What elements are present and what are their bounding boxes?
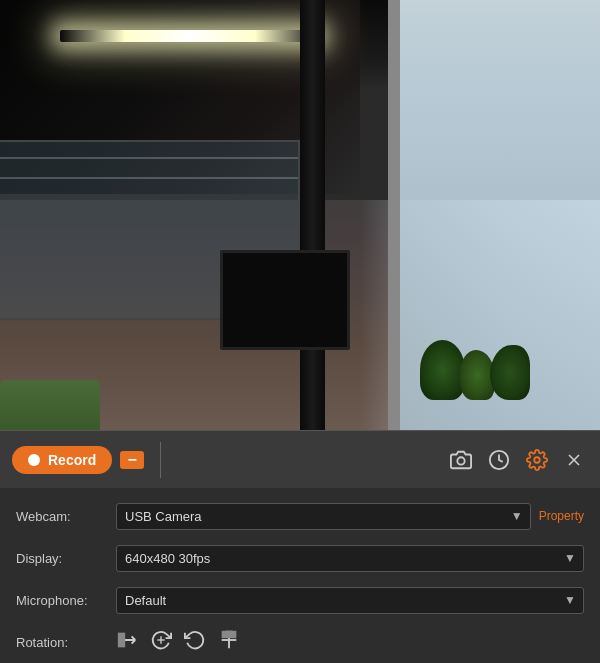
- ceiling-light: [60, 30, 320, 42]
- microphone-control: Default Built-in Microphone USB Micropho…: [116, 587, 584, 614]
- minus-button[interactable]: −: [120, 451, 144, 469]
- microphone-select[interactable]: Default Built-in Microphone USB Micropho…: [116, 587, 584, 614]
- record-button[interactable]: Record: [12, 446, 112, 474]
- flip-horizontal-button[interactable]: [116, 629, 138, 656]
- rotation-row: Rotation:: [16, 626, 584, 658]
- webcam-row: Webcam: USB Camera Built-in Camera Virtu…: [16, 500, 584, 532]
- display-label: Display:: [16, 551, 116, 566]
- rotation-label: Rotation:: [16, 635, 116, 650]
- screenshot-button[interactable]: [446, 445, 476, 475]
- display-select[interactable]: 640x480 30fps 1280x720 30fps 1920x1080 3…: [116, 545, 584, 572]
- record-dot-icon: [28, 454, 40, 466]
- webcam-select-wrapper: USB Camera Built-in Camera Virtual Camer…: [116, 503, 531, 530]
- rotate-ccw-button[interactable]: [184, 629, 206, 656]
- svg-rect-5: [118, 632, 125, 647]
- timer-button[interactable]: [484, 445, 514, 475]
- divider: [160, 442, 161, 478]
- flip-vertical-icon: [218, 629, 240, 651]
- settings-button[interactable]: [522, 445, 552, 475]
- webcam-select[interactable]: USB Camera Built-in Camera Virtual Camer…: [116, 503, 531, 530]
- display-row: Display: 640x480 30fps 1280x720 30fps 19…: [16, 542, 584, 574]
- monitor: [220, 250, 350, 350]
- display-select-wrapper: 640x480 30fps 1280x720 30fps 1920x1080 3…: [116, 545, 584, 572]
- svg-rect-8: [222, 630, 237, 637]
- controls-bar: Record −: [0, 430, 600, 488]
- record-label: Record: [48, 452, 96, 468]
- flip-horizontal-icon: [116, 629, 138, 651]
- svg-point-0: [457, 457, 464, 464]
- svg-point-2: [534, 457, 540, 463]
- camera-icon: [450, 449, 472, 471]
- microphone-select-wrapper: Default Built-in Microphone USB Micropho…: [116, 587, 584, 614]
- rotate-ccw-icon: [184, 629, 206, 651]
- microphone-label: Microphone:: [16, 593, 116, 608]
- webcam-label: Webcam:: [16, 509, 116, 524]
- clock-icon: [488, 449, 510, 471]
- close-icon: [564, 450, 584, 470]
- camera-preview: [0, 0, 600, 430]
- microphone-row: Microphone: Default Built-in Microphone …: [16, 584, 584, 616]
- rotation-controls: [116, 629, 240, 656]
- rotate-cw-icon: [150, 629, 172, 651]
- chair: [0, 380, 100, 430]
- webcam-control: USB Camera Built-in Camera Virtual Camer…: [116, 503, 531, 530]
- dark-post: [300, 0, 325, 430]
- property-link[interactable]: Property: [539, 509, 584, 523]
- gear-icon: [526, 449, 548, 471]
- settings-panel: Webcam: USB Camera Built-in Camera Virtu…: [0, 488, 600, 663]
- window-frame: [388, 0, 400, 430]
- flip-vertical-button[interactable]: [218, 629, 240, 656]
- close-button[interactable]: [560, 446, 588, 474]
- display-control: 640x480 30fps 1280x720 30fps 1920x1080 3…: [116, 545, 584, 572]
- plants: [420, 320, 540, 400]
- minus-label: −: [128, 451, 137, 469]
- rotate-cw-button[interactable]: [150, 629, 172, 656]
